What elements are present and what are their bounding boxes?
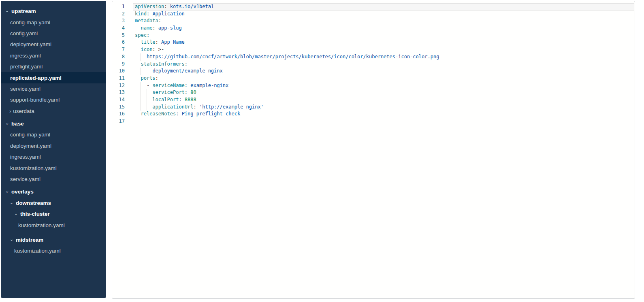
line-number[interactable]: 14 — [112, 96, 125, 104]
token: serviceName — [152, 83, 184, 88]
token: : — [156, 39, 158, 45]
code-line-9[interactable]: statusInformers: — [134, 61, 635, 68]
token: kind — [135, 11, 147, 17]
tree-item-kustomization-yaml[interactable]: kustomization.yaml — [1, 162, 106, 173]
token — [135, 39, 141, 45]
line-number[interactable]: 8 — [112, 53, 125, 61]
line-number[interactable]: 4 — [112, 25, 125, 32]
token — [135, 75, 141, 81]
code-line-4[interactable]: name: app-slug — [134, 25, 635, 32]
tree-item-deployment-yaml[interactable]: deployment.yaml — [1, 39, 106, 50]
tree-item-this-cluster[interactable]: ⌄this-cluster — [1, 208, 106, 219]
code-content[interactable]: apiVersion: kots.io/v1beta1kind: Applica… — [134, 3, 635, 125]
tree-item-downstreams[interactable]: ⌄downstreams — [1, 198, 106, 208]
token — [156, 47, 158, 52]
code-line-16[interactable]: releaseNotes: Ping preflight check — [134, 111, 635, 118]
line-number[interactable]: 12 — [112, 82, 125, 89]
code-line-7[interactable]: icon: >- — [134, 46, 635, 53]
tree-item-service-yaml[interactable]: service.yaml — [1, 174, 106, 185]
token: kots.io/v1beta1 — [170, 4, 214, 9]
tree-item-midstream[interactable]: ⌄midstream — [1, 234, 106, 245]
code-line-8[interactable]: https://github.com/cncf/artwork/blob/mas… — [134, 53, 635, 61]
token — [182, 97, 185, 102]
token: : — [185, 83, 188, 88]
line-number[interactable]: 17 — [112, 118, 125, 125]
code-line-3[interactable]: metadata: — [134, 17, 635, 25]
token — [135, 68, 147, 74]
line-number[interactable]: 2 — [112, 11, 125, 18]
tree-item-preflight-yaml[interactable]: preflight.yaml — [1, 61, 106, 72]
code-line-2[interactable]: kind: Application — [134, 11, 635, 18]
line-number[interactable]: 1 — [112, 3, 125, 11]
tree-item-overlays[interactable]: ⌄overlays — [1, 186, 106, 197]
token: app-slug — [158, 25, 182, 31]
file-label: kustomization.yaml — [10, 165, 57, 171]
folder-label: overlays — [11, 189, 34, 195]
tree-item-ingress-yaml[interactable]: ingress.yaml — [1, 50, 106, 61]
code-line-6[interactable]: title: App Name — [134, 39, 635, 46]
folder-label: this-cluster — [20, 211, 50, 217]
line-number[interactable]: 15 — [112, 104, 125, 111]
tree-item-config-yaml[interactable]: config.yaml — [1, 28, 106, 39]
yaml-editor-panel[interactable]: 1234567891011121314151617 apiVersion: ko… — [112, 1, 635, 299]
tree-item-replicated-app-yaml[interactable]: replicated-app.yaml — [1, 72, 106, 83]
chevron-down-icon: ⌄ — [5, 188, 9, 194]
token: localPort — [152, 97, 179, 102]
code-line-17[interactable] — [134, 118, 635, 125]
line-number[interactable]: 7 — [112, 46, 125, 53]
tree-item-deployment-yaml[interactable]: deployment.yaml — [1, 140, 106, 151]
folder-label: downstreams — [16, 200, 51, 206]
file-label: service.yaml — [10, 86, 41, 92]
line-number[interactable]: 3 — [112, 17, 125, 25]
tree-item-config-map-yaml[interactable]: config-map.yaml — [1, 129, 106, 140]
tree-item-service-yaml[interactable]: service.yaml — [1, 83, 106, 94]
tree-item-kustomization-yaml[interactable]: kustomization.yaml — [1, 219, 106, 230]
token: ' — [261, 104, 264, 110]
code-line-11[interactable]: ports: — [134, 75, 635, 82]
token: 8888 — [185, 97, 196, 102]
file-label: ingress.yaml — [10, 154, 41, 160]
line-number[interactable]: 11 — [112, 75, 125, 82]
token: : — [152, 47, 155, 52]
tree-item-ingress-yaml[interactable]: ingress.yaml — [1, 151, 106, 162]
tree-item-upstream[interactable]: ⌄upstream — [1, 6, 106, 17]
token — [135, 47, 141, 52]
chevron-down-icon: ⌄ — [9, 236, 14, 242]
url-link[interactable]: https://github.com/cncf/artwork/blob/mas… — [147, 54, 439, 60]
token: servicePort — [152, 89, 184, 95]
file-label: config-map.yaml — [10, 132, 50, 138]
file-label: config-map.yaml — [10, 19, 50, 26]
line-number[interactable]: 6 — [112, 39, 125, 46]
token: >- — [158, 47, 164, 52]
line-number[interactable]: 10 — [112, 68, 125, 75]
token — [135, 111, 141, 117]
tree-item-base[interactable]: ⌄base — [1, 118, 106, 129]
code-line-1[interactable]: apiVersion: kots.io/v1beta1 — [134, 3, 635, 11]
tree-item-kustomization-yaml[interactable]: kustomization.yaml — [1, 245, 106, 256]
line-number[interactable]: 13 — [112, 89, 125, 96]
file-label: kustomization.yaml — [14, 248, 61, 254]
file-label: kustomization.yaml — [18, 222, 65, 228]
code-line-14[interactable]: localPort: 8888 — [134, 96, 635, 104]
token: : — [158, 18, 161, 23]
tree-item-support-bundle-yaml[interactable]: support-bundle.yaml — [1, 94, 106, 105]
code-line-15[interactable]: applicationUrl: 'http://example-nginx' — [134, 104, 635, 111]
line-number[interactable]: 16 — [112, 111, 125, 118]
code-line-5[interactable]: spec: — [134, 32, 635, 39]
code-line-12[interactable]: - serviceName: example-nginx — [134, 82, 635, 89]
tree-item-config-map-yaml[interactable]: config-map.yaml — [1, 17, 106, 28]
line-number[interactable]: 9 — [112, 61, 125, 68]
token — [135, 97, 152, 102]
token: example-nginx — [190, 83, 228, 88]
code-line-13[interactable]: servicePort: 80 — [134, 89, 635, 96]
file-label: deployment.yaml — [10, 143, 51, 149]
tree-item-userdata[interactable]: ›userdata — [1, 106, 106, 117]
code-line-10[interactable]: - deployment/example-nginx — [134, 68, 635, 75]
line-number-gutter[interactable]: 1234567891011121314151617 — [112, 3, 125, 125]
token: applicationUrl — [152, 104, 193, 110]
chevron-right-icon: › — [9, 108, 11, 114]
token: : — [179, 97, 181, 102]
url-link[interactable]: http://example-nginx — [202, 104, 261, 110]
line-number[interactable]: 5 — [112, 32, 125, 39]
token: ports — [141, 75, 155, 81]
